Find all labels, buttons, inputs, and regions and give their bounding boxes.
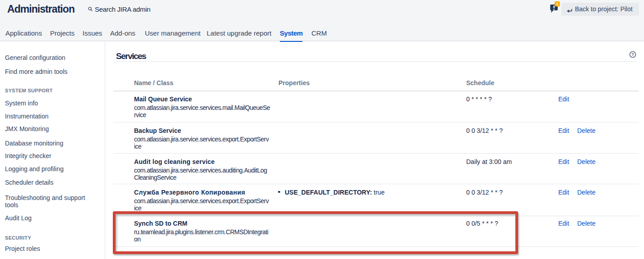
svg-text:1: 1 bbox=[556, 2, 558, 6]
svg-text:?: ? bbox=[631, 52, 634, 57]
